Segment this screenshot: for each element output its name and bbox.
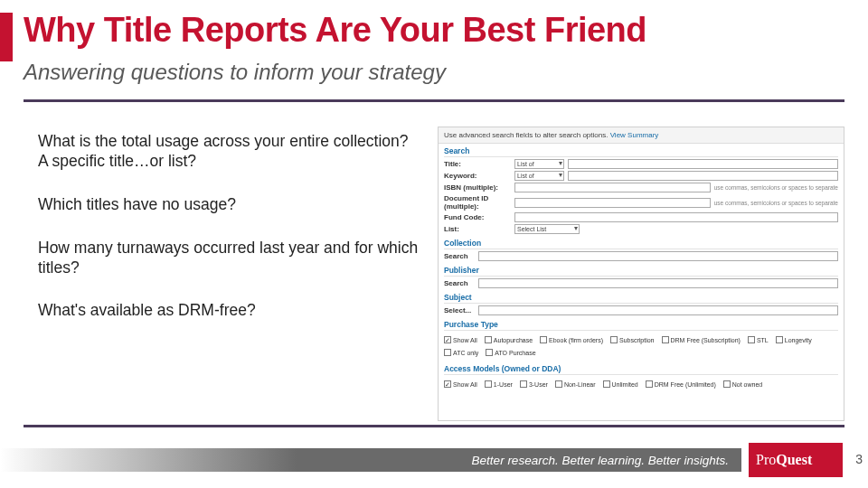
lbl-autopurchase: Autopurchase bbox=[494, 337, 533, 343]
collection-input[interactable] bbox=[478, 251, 838, 261]
bullet-3: How many turnaways occurred last year an… bbox=[38, 239, 427, 278]
purchase-type-options: Show All Autopurchase Ebook (firm orders… bbox=[439, 333, 844, 361]
lbl-ato-purchase: ATO Purchase bbox=[495, 350, 535, 356]
chk-show-all-purchase[interactable] bbox=[444, 336, 451, 343]
chk-drm-free-sub[interactable] bbox=[662, 336, 669, 343]
bullet-list: What is the total usage across your enti… bbox=[38, 132, 427, 344]
bullet-1b: A specific title…or list? bbox=[38, 152, 196, 170]
section-purchase-type: Purchase Type bbox=[444, 320, 838, 331]
lbl-show-all-access: Show All bbox=[453, 381, 477, 388]
lbl-subscription: Subscription bbox=[619, 337, 655, 343]
footer-tagline: Better research. Better learning. Better… bbox=[0, 448, 741, 472]
chk-atc-only[interactable] bbox=[444, 349, 451, 356]
label-docid: Document ID (multiple): bbox=[444, 194, 514, 211]
slide-title: Why Title Reports Are Your Best Friend bbox=[24, 11, 646, 50]
lbl-show-all-purchase: Show All bbox=[453, 337, 477, 343]
chk-nonlinear[interactable] bbox=[555, 380, 562, 388]
docid-hint: use commas, semicolons or spaces to sepa… bbox=[714, 200, 838, 206]
bullet-4: What's available as DRM-free? bbox=[38, 301, 427, 321]
lbl-atc-only: ATC only bbox=[453, 350, 478, 356]
chk-drm-free-unl[interactable] bbox=[646, 380, 653, 388]
section-subject: Subject bbox=[444, 293, 838, 304]
chk-ato-purchase[interactable] bbox=[486, 349, 493, 356]
chk-3user[interactable] bbox=[520, 380, 527, 388]
title-mode-select[interactable]: List of bbox=[514, 159, 564, 169]
page-number: 3 bbox=[855, 452, 863, 466]
lbl-not-owned: Not owned bbox=[732, 381, 762, 388]
panel-topbar: Use advanced search fields to alter sear… bbox=[439, 127, 844, 144]
view-summary-link[interactable]: View Summary bbox=[610, 131, 659, 139]
chk-not-owned[interactable] bbox=[723, 380, 731, 388]
divider-top bbox=[24, 99, 844, 102]
lbl-stl: STL bbox=[757, 337, 769, 343]
footer: Better research. Better learning. Better… bbox=[0, 443, 868, 488]
chk-subscription[interactable] bbox=[610, 336, 618, 343]
lbl-drm-free-unl: DRM Free (Unlimited) bbox=[655, 381, 716, 388]
lbl-unlimited: Unlimited bbox=[612, 381, 638, 388]
label-keyword: Keyword: bbox=[444, 172, 514, 180]
chk-autopurchase[interactable] bbox=[485, 336, 492, 343]
docid-input[interactable] bbox=[514, 198, 711, 208]
subject-input[interactable] bbox=[478, 305, 838, 315]
label-isbn: ISBN (multiple): bbox=[444, 183, 514, 192]
lbl-longevity: Longevity bbox=[785, 337, 812, 343]
publisher-search-label: Search bbox=[444, 279, 478, 287]
keyword-mode-select[interactable]: List of bbox=[514, 171, 564, 181]
lbl-1user: 1-User bbox=[494, 381, 513, 388]
subject-select-label: Select... bbox=[444, 306, 478, 314]
list-select[interactable]: Select List bbox=[514, 224, 580, 234]
bullet-2: Which titles have no usage? bbox=[38, 195, 427, 215]
section-search: Search bbox=[444, 146, 838, 157]
label-fund: Fund Code: bbox=[444, 213, 514, 221]
isbn-input[interactable] bbox=[514, 183, 711, 192]
bullet-1a: What is the total usage across your enti… bbox=[38, 132, 409, 150]
section-collection: Collection bbox=[444, 239, 838, 249]
chk-ebook-fl[interactable] bbox=[540, 336, 547, 343]
search-form-screenshot: Use advanced search fields to alter sear… bbox=[438, 127, 844, 421]
divider-bottom bbox=[24, 425, 844, 427]
chk-1user[interactable] bbox=[485, 380, 492, 388]
section-publisher: Publisher bbox=[444, 266, 838, 277]
chk-show-all-access[interactable] bbox=[444, 380, 451, 388]
lbl-nonlinear: Non-Linear bbox=[564, 381, 596, 388]
keyword-input[interactable] bbox=[568, 171, 838, 181]
section-access-models: Access Models (Owned or DDA) bbox=[444, 364, 838, 375]
label-list: List: bbox=[444, 225, 514, 233]
lbl-ebook-fl: Ebook (firm orders) bbox=[549, 337, 603, 343]
chk-unlimited[interactable] bbox=[603, 380, 610, 388]
publisher-input[interactable] bbox=[478, 278, 838, 288]
proquest-logo: ProQuest bbox=[749, 443, 843, 477]
lbl-drm-free-sub: DRM Free (Subscription) bbox=[671, 337, 741, 343]
topbar-text: Use advanced search fields to alter sear… bbox=[444, 131, 608, 139]
fund-input[interactable] bbox=[514, 212, 838, 222]
access-model-options: Show All 1-User 3-User Non-Linear Unlimi… bbox=[439, 377, 844, 393]
accent-bar bbox=[0, 13, 13, 61]
isbn-hint: use commas, semicolons or spaces to sepa… bbox=[714, 184, 838, 191]
collection-search-label: Search bbox=[444, 252, 478, 260]
chk-longevity[interactable] bbox=[776, 336, 783, 343]
title-input[interactable] bbox=[568, 159, 838, 169]
chk-stl[interactable] bbox=[748, 336, 755, 343]
slide-subtitle: Answering questions to inform your strat… bbox=[24, 60, 446, 85]
label-title: Title: bbox=[444, 160, 514, 168]
lbl-3user: 3-User bbox=[529, 381, 548, 388]
